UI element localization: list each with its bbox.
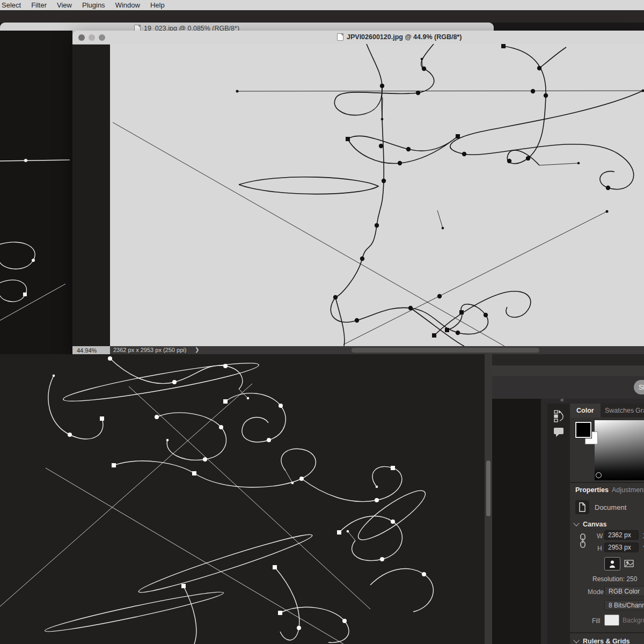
front-status-bar: 44.94% 2362 px x 2953 px (250 ppi) ❯: [72, 346, 644, 354]
comments-panel-icon[interactable]: [553, 427, 565, 438]
zoom-window-icon[interactable]: [99, 34, 105, 41]
mode-label: Mode: [588, 588, 604, 596]
history-panel-icon[interactable]: [553, 410, 565, 423]
panel-group: Color Swatches Gradients Properties Adju…: [570, 404, 644, 644]
bit-depth-select[interactable]: 8 Bits/Channel: [604, 600, 644, 610]
menu-bar: Select Filter View Plugins Window Help: [0, 0, 644, 10]
properties-tabbar: Properties Adjustments: [570, 483, 644, 496]
fill-swatch[interactable]: [604, 614, 619, 626]
zoom-level-field[interactable]: 44.94%: [72, 346, 110, 354]
chevron-down-icon: [573, 520, 579, 526]
screen: Select Filter View Plugins Window Help 1…: [0, 0, 644, 644]
link-dimensions-icon[interactable]: [579, 533, 587, 550]
properties-panel: Properties Adjustments Document Canvas: [570, 482, 644, 644]
document-tab-bar: [492, 365, 644, 376]
minimize-icon[interactable]: [89, 34, 95, 41]
foreground-color-swatch[interactable]: [575, 422, 591, 438]
canvas-section-header[interactable]: Canvas: [574, 521, 606, 528]
tab-gradients[interactable]: Gradients: [629, 404, 644, 418]
color-picker-ramp[interactable]: [595, 420, 644, 480]
path-artwork-left: [0, 31, 72, 354]
document-canvas-light[interactable]: [110, 44, 644, 346]
chevron-down-icon: [573, 637, 579, 643]
tab-properties[interactable]: Properties: [575, 483, 609, 496]
orientation-portrait-button[interactable]: [604, 557, 620, 570]
color-cursor-ring[interactable]: [596, 472, 602, 478]
width-label: W: [597, 532, 603, 540]
tab-adjustments[interactable]: Adjustments: [612, 483, 644, 496]
menu-item-select[interactable]: Select: [2, 1, 21, 9]
document-type-icon: [575, 500, 589, 514]
document-canvas-dark[interactable]: [0, 354, 485, 644]
front-window-title: JPVI02600120.jpg @ 44.9% (RGB/8*): [347, 33, 462, 41]
orientation-landscape-button[interactable]: [621, 557, 636, 569]
menu-item-filter[interactable]: Filter: [31, 1, 47, 9]
color-panel: [570, 418, 644, 482]
divider: [570, 632, 644, 633]
fill-value[interactable]: Background: [623, 617, 644, 624]
path-artwork-dark: [0, 354, 485, 644]
app-frame-band: [0, 10, 644, 23]
back-window-canvas-strip[interactable]: [0, 31, 72, 354]
tab-color[interactable]: Color: [570, 404, 601, 418]
vertical-scrollbar-thumb[interactable]: [486, 460, 491, 516]
menu-item-view[interactable]: View: [57, 1, 72, 9]
path-artwork-front: [110, 44, 644, 346]
resolution-text: Resolution: 250: [592, 575, 637, 583]
options-bar: [492, 376, 644, 399]
menu-item-help[interactable]: Help: [150, 1, 165, 9]
vertical-scrollbar[interactable]: [485, 354, 492, 644]
canvas-height-input[interactable]: [604, 543, 639, 552]
height-label: H: [597, 545, 602, 552]
fill-label: Fill: [592, 617, 600, 625]
pasteboard: [72, 45, 110, 346]
front-window-titlebar[interactable]: JPVI02600120.jpg @ 44.9% (RGB/8*): [72, 31, 644, 45]
status-chevron-icon[interactable]: ❯: [195, 347, 199, 353]
document-row-label: Document: [595, 503, 626, 511]
collapse-panels-icon[interactable]: «: [560, 396, 564, 404]
menu-item-window[interactable]: Window: [115, 1, 140, 9]
app-chrome-band: [492, 354, 644, 365]
panel-icon-column: [547, 404, 570, 644]
rulers-grids-section-header[interactable]: Rulers & Grids: [574, 638, 630, 644]
document-icon: [337, 33, 343, 41]
color-panel-tabbar: Color Swatches Gradients: [570, 404, 644, 418]
menu-item-plugins[interactable]: Plugins: [82, 1, 105, 9]
canvas-width-input[interactable]: [604, 530, 639, 540]
horizontal-scrollbar[interactable]: [352, 348, 539, 353]
color-mode-select[interactable]: RGB Color: [604, 586, 644, 596]
document-dimensions[interactable]: 2362 px x 2953 px (250 ppi): [113, 347, 186, 353]
front-window: JPVI02600120.jpg @ 44.9% (RGB/8*): [72, 31, 644, 354]
close-icon[interactable]: [78, 34, 85, 41]
